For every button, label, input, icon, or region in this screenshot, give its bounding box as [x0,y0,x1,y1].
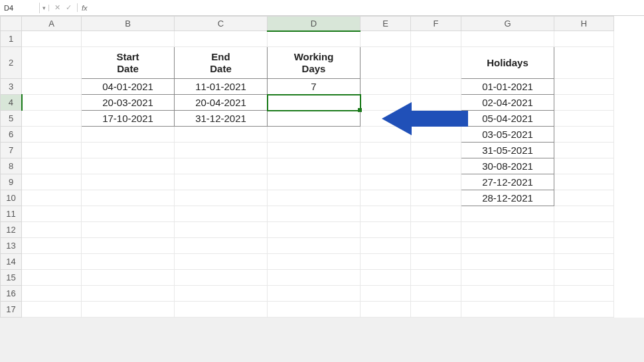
cell-B15[interactable] [82,270,175,286]
column-header-E[interactable]: E [361,17,411,31]
holiday-cell[interactable]: 01-01-2021 [461,79,554,95]
cell-G14[interactable] [461,254,554,270]
cell-A1[interactable] [22,31,82,47]
holiday-cell[interactable]: 27-12-2021 [461,174,554,190]
header-working-days[interactable]: WorkingDays [268,47,361,79]
cell-F2[interactable] [411,47,461,79]
cell-C8[interactable] [175,158,268,174]
cell-F4[interactable] [411,95,461,111]
cell-F14[interactable] [411,254,461,270]
cell-E1[interactable] [361,31,411,47]
cell-A12[interactable] [22,222,82,238]
cell-C13[interactable] [175,238,268,254]
cell-E10[interactable] [361,190,411,206]
cell-B9[interactable] [82,174,175,190]
cell-A17[interactable] [22,302,82,318]
row-header-13[interactable]: 13 [1,238,22,254]
cancel-icon[interactable]: ✕ [54,3,60,12]
cell-H4[interactable] [554,95,614,111]
cell-H1[interactable] [554,31,614,47]
cell-A9[interactable] [22,174,82,190]
cell-D14[interactable] [268,254,361,270]
cell-G1[interactable] [461,31,554,47]
cell-E15[interactable] [361,270,411,286]
cell-H16[interactable] [554,286,614,302]
row-header-1[interactable]: 1 [1,31,22,47]
cell-F1[interactable] [411,31,461,47]
cell-C10[interactable] [175,190,268,206]
cell-E17[interactable] [361,302,411,318]
cell-C16[interactable] [175,286,268,302]
cell-G11[interactable] [461,206,554,222]
end-date-cell[interactable]: 11-01-2021 [175,79,268,95]
cell-E6[interactable] [361,127,411,143]
row-header-11[interactable]: 11 [1,206,22,222]
column-header-H[interactable]: H [554,17,614,31]
cell-D15[interactable] [268,270,361,286]
cell-E8[interactable] [361,158,411,174]
cell-H2[interactable] [554,47,614,79]
row-header-7[interactable]: 7 [1,143,22,158]
cell-F6[interactable] [411,127,461,143]
working-days-cell[interactable] [268,95,361,111]
cell-A2[interactable] [22,47,82,79]
holiday-cell[interactable]: 31-05-2021 [461,143,554,158]
cell-H17[interactable] [554,302,614,318]
row-header-8[interactable]: 8 [1,158,22,174]
cell-A5[interactable] [22,111,82,127]
cell-F15[interactable] [411,270,461,286]
cell-A6[interactable] [22,127,82,143]
cell-D13[interactable] [268,238,361,254]
row-header-14[interactable]: 14 [1,254,22,270]
cell-F3[interactable] [411,79,461,95]
cell-C12[interactable] [175,222,268,238]
cell-F10[interactable] [411,190,461,206]
cell-F11[interactable] [411,206,461,222]
cell-E3[interactable] [361,79,411,95]
header-holidays[interactable]: Holidays [461,47,554,79]
column-header-C[interactable]: C [175,17,268,31]
cell-B16[interactable] [82,286,175,302]
cell-G17[interactable] [461,302,554,318]
row-header-15[interactable]: 15 [1,270,22,286]
cell-A13[interactable] [22,238,82,254]
column-header-F[interactable]: F [411,17,461,31]
column-header-A[interactable]: A [22,17,82,31]
cell-B13[interactable] [82,238,175,254]
cell-B12[interactable] [82,222,175,238]
cell-C7[interactable] [175,143,268,158]
cell-H6[interactable] [554,127,614,143]
cell-F16[interactable] [411,286,461,302]
cell-D12[interactable] [268,222,361,238]
cell-H3[interactable] [554,79,614,95]
working-days-cell[interactable]: 7 [268,79,361,95]
cell-F12[interactable] [411,222,461,238]
row-header-5[interactable]: 5 [1,111,22,127]
end-date-cell[interactable]: 31-12-2021 [175,111,268,127]
cell-B1[interactable] [82,31,175,47]
cell-E14[interactable] [361,254,411,270]
cell-A3[interactable] [22,79,82,95]
cell-D17[interactable] [268,302,361,318]
cell-H10[interactable] [554,190,614,206]
start-date-cell[interactable]: 17-10-2021 [82,111,175,127]
enter-icon[interactable]: ✓ [66,3,72,12]
cell-C14[interactable] [175,254,268,270]
working-days-cell[interactable] [268,111,361,127]
cell-H15[interactable] [554,270,614,286]
cell-H9[interactable] [554,174,614,190]
cell-B17[interactable] [82,302,175,318]
row-header-12[interactable]: 12 [1,222,22,238]
cell-H12[interactable] [554,222,614,238]
cell-C17[interactable] [175,302,268,318]
cell-E2[interactable] [361,47,411,79]
cell-D11[interactable] [268,206,361,222]
cell-D6[interactable] [268,127,361,143]
cell-G16[interactable] [461,286,554,302]
cell-A11[interactable] [22,206,82,222]
cell-E5[interactable] [361,111,411,127]
holiday-cell[interactable]: 02-04-2021 [461,95,554,111]
start-date-cell[interactable]: 04-01-2021 [82,79,175,95]
row-header-2[interactable]: 2 [1,47,22,79]
cell-F13[interactable] [411,238,461,254]
